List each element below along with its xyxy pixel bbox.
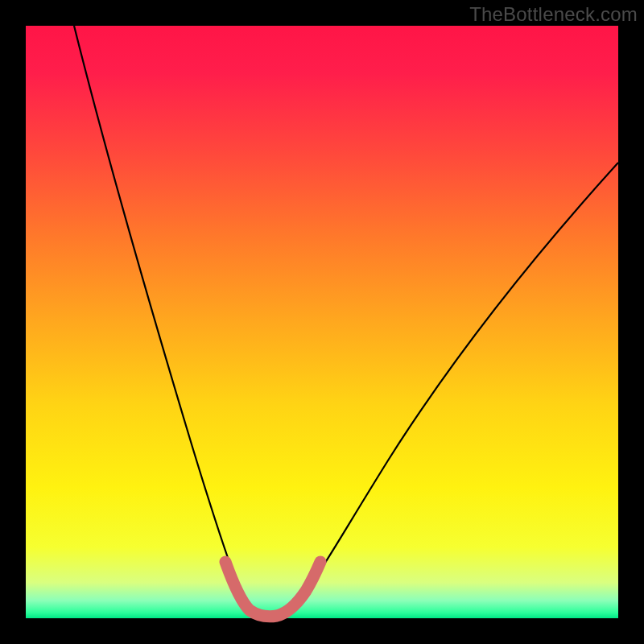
bottleneck-curve: [74, 26, 618, 615]
plot-area: [26, 26, 618, 618]
curve-layer: [26, 26, 618, 618]
curve-highlight: [225, 562, 320, 617]
watermark-text: TheBottleneck.com: [469, 3, 638, 26]
chart-frame: TheBottleneck.com: [0, 0, 644, 644]
